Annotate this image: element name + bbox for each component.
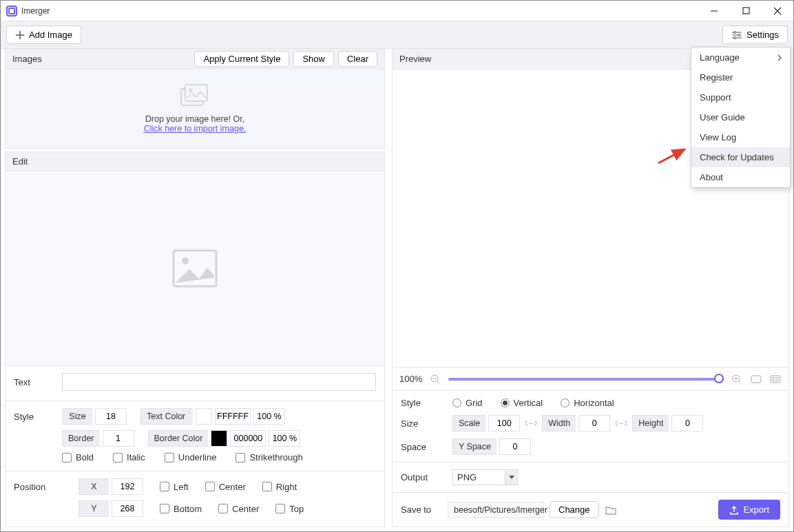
fit-width-icon[interactable]: [750, 373, 762, 385]
text-input[interactable]: [62, 373, 376, 391]
main-area: Images Apply Current Style Show Clear Dr…: [1, 49, 793, 531]
text-section: Text: [5, 366, 385, 401]
svg-point-11: [734, 36, 736, 39]
border-input[interactable]: [103, 430, 134, 447]
menu-support[interactable]: Support: [691, 87, 790, 107]
align-bottom-checkbox[interactable]: Bottom: [160, 504, 202, 514]
chevron-down-icon: [505, 471, 517, 485]
sliders-icon: [731, 30, 742, 40]
menu-user-guide[interactable]: User Guide: [691, 107, 790, 127]
settings-button[interactable]: Settings: [722, 25, 788, 44]
app-title: Imerger: [21, 6, 50, 16]
align-right-checkbox[interactable]: Right: [262, 482, 297, 492]
svg-rect-1: [743, 8, 749, 14]
folder-icon[interactable]: [605, 504, 617, 516]
minimize-button[interactable]: [698, 1, 730, 21]
x-input[interactable]: [112, 478, 143, 495]
menu-language[interactable]: Language: [691, 47, 790, 67]
height-input[interactable]: [671, 415, 703, 432]
link-icon-1[interactable]: [524, 420, 538, 427]
text-color-swatch[interactable]: [196, 408, 212, 425]
grid-radio[interactable]: Grid: [452, 398, 483, 408]
show-button[interactable]: Show: [293, 51, 334, 67]
chevron-right-icon: [777, 54, 782, 61]
change-path-button[interactable]: Change: [550, 501, 599, 518]
text-color-input[interactable]: [215, 408, 251, 425]
svg-rect-25: [771, 376, 780, 383]
save-to-label: Save to: [401, 504, 442, 515]
position-label: Position: [14, 482, 62, 492]
position-section: Position X Left Center Right Y Bottom: [5, 471, 385, 527]
svg-marker-27: [509, 476, 514, 479]
export-button[interactable]: Export: [718, 500, 780, 520]
svg-point-9: [734, 31, 736, 33]
align-center-y-checkbox[interactable]: Center: [218, 504, 259, 514]
x-label: X: [79, 478, 109, 495]
zoom-slider[interactable]: [448, 378, 724, 381]
menu-check-updates[interactable]: Check for Updates: [691, 147, 790, 167]
image-placeholder-icon: [171, 248, 218, 288]
scale-label: Scale: [452, 415, 485, 432]
export-icon: [729, 505, 739, 515]
border-color-opacity-input[interactable]: [269, 430, 300, 447]
import-link[interactable]: Click here to import image.: [144, 124, 247, 134]
width-input[interactable]: [578, 415, 610, 432]
clear-button[interactable]: Clear: [338, 51, 377, 67]
style-section: Style Size Text Color Border: [5, 401, 385, 471]
border-field-label: Border: [62, 430, 100, 447]
main-toolbar: Add Image Settings: [1, 21, 793, 49]
close-button[interactable]: [762, 1, 793, 21]
text-label: Text: [14, 377, 62, 387]
zoom-out-icon[interactable]: [429, 373, 441, 385]
output-label: Output: [401, 472, 452, 482]
link-icon-2[interactable]: [614, 420, 628, 427]
menu-about[interactable]: About: [691, 167, 790, 187]
zoom-value: 100%: [399, 374, 422, 384]
preview-style-section: Style Grid Vertical Horizontal Size Scal…: [392, 391, 789, 462]
align-center-x-checkbox[interactable]: Center: [205, 482, 246, 492]
actual-size-icon[interactable]: [769, 373, 782, 385]
italic-checkbox[interactable]: Italic: [113, 452, 145, 462]
border-color-input[interactable]: [230, 430, 266, 447]
output-section: Output PNG: [392, 462, 789, 493]
yspace-input[interactable]: [499, 438, 531, 455]
zoom-in-icon[interactable]: [731, 373, 743, 385]
maximize-button[interactable]: [730, 1, 762, 21]
edit-panel-title: Edit: [12, 156, 28, 167]
edit-canvas: [5, 171, 385, 366]
vertical-radio[interactable]: Vertical: [501, 398, 543, 408]
size-field-label: Size: [62, 408, 92, 425]
add-image-button[interactable]: Add Image: [6, 25, 81, 44]
yspace-label: Y Space: [452, 438, 497, 455]
apply-style-button[interactable]: Apply Current Style: [194, 51, 289, 67]
text-color-label: Text Color: [140, 408, 193, 425]
underline-checkbox[interactable]: Underline: [165, 452, 217, 462]
horizontal-radio[interactable]: Horizontal: [561, 398, 614, 408]
height-label: Height: [632, 415, 669, 432]
y-input[interactable]: [112, 500, 143, 517]
app-window: Imerger Add Image Settings Images Apply …: [0, 0, 794, 532]
border-color-swatch[interactable]: [211, 430, 227, 447]
edit-panel-header: Edit: [5, 151, 385, 171]
y-label: Y: [79, 500, 109, 517]
titlebar: Imerger: [1, 1, 793, 21]
size-input[interactable]: [95, 408, 127, 425]
svg-rect-13: [185, 85, 207, 101]
align-top-checkbox[interactable]: Top: [275, 504, 304, 514]
images-drop-area[interactable]: Drop your image here! Or, Click here to …: [5, 69, 385, 148]
output-format-select[interactable]: PNG: [452, 469, 518, 485]
plus-icon: [15, 30, 25, 40]
align-left-checkbox[interactable]: Left: [160, 482, 189, 492]
menu-register[interactable]: Register: [691, 67, 790, 87]
settings-menu: Language Register Support User Guide Vie…: [691, 47, 791, 188]
menu-view-log[interactable]: View Log: [691, 127, 790, 147]
svg-rect-24: [751, 376, 761, 383]
svg-line-21: [739, 381, 741, 383]
bold-checkbox[interactable]: Bold: [62, 452, 94, 462]
zoom-bar: 100%: [392, 368, 789, 391]
text-color-opacity-input[interactable]: [253, 408, 285, 425]
strikethrough-checkbox[interactable]: Strikethrough: [236, 452, 302, 462]
preview-space-label: Space: [401, 442, 452, 452]
app-icon: [6, 6, 17, 17]
scale-input[interactable]: [488, 415, 520, 432]
